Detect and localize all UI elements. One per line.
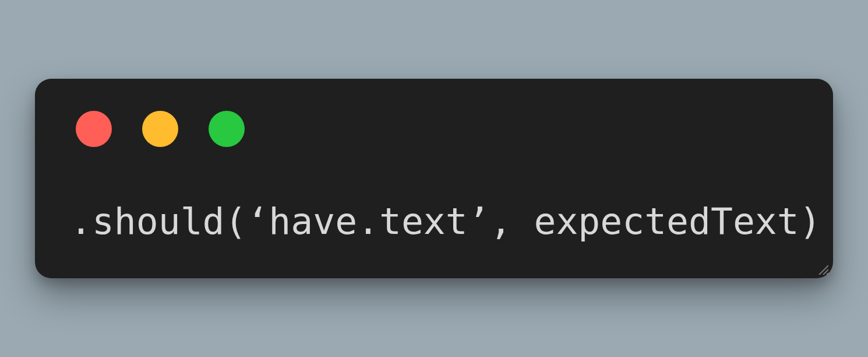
zoom-button[interactable] [209, 111, 245, 147]
close-button[interactable] [76, 111, 112, 147]
code-window: .should(‘have.text’, expectedText) [35, 79, 833, 279]
code-line: .should(‘have.text’, expectedText) [70, 200, 798, 244]
minimize-button[interactable] [142, 111, 178, 147]
resize-handle-icon[interactable] [817, 263, 828, 275]
svg-line-2 [827, 273, 828, 275]
traffic-lights [76, 111, 798, 147]
